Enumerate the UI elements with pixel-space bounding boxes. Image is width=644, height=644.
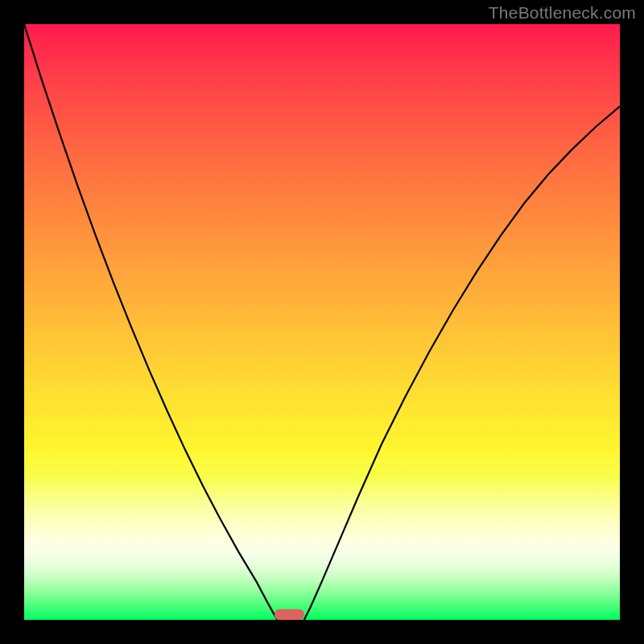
watermark-text: TheBottleneck.com <box>489 3 636 23</box>
chart-svg <box>24 24 620 620</box>
plot-area <box>24 24 620 620</box>
chart-frame: TheBottleneck.com <box>0 0 644 644</box>
curve-right-branch <box>304 106 620 620</box>
curve-left-branch <box>24 24 278 620</box>
valley-marker <box>275 609 304 620</box>
